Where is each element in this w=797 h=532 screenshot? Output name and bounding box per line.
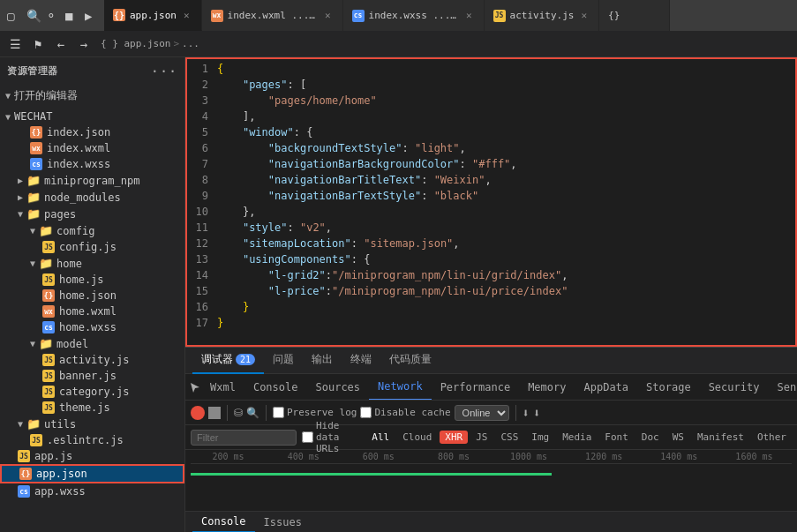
new-file-icon[interactable]: ▢ (7, 9, 21, 23)
tab-close-btn[interactable]: ✕ (181, 9, 192, 22)
sidebar-item-miniprogram-npm[interactable]: ▶ 📁 miniprogram_npm (0, 172, 184, 189)
devtools-tab-sources[interactable]: Sources (306, 374, 369, 401)
sidebar-item-comfig[interactable]: ▼ 📁 comfig (0, 222, 184, 239)
wxml-file-icon-2: wx (42, 305, 55, 318)
record-btn[interactable] (191, 406, 205, 420)
nf-media[interactable]: Media (557, 431, 597, 444)
breadcrumb-item-1[interactable]: { } app.json (101, 38, 170, 49)
sidebar-item-pages[interactable]: ▼ 📁 pages (0, 206, 184, 222)
import-icon[interactable]: ⬇ (523, 406, 530, 420)
preserve-log-input[interactable] (273, 407, 284, 418)
back-btn[interactable]: ← (51, 34, 71, 54)
debug-tab-code-quality[interactable]: 代码质量 (380, 348, 440, 374)
devtools-tab-storage[interactable]: Storage (637, 374, 700, 401)
tab-braces[interactable]: {} (599, 0, 670, 31)
nf-css[interactable]: CSS (495, 431, 523, 444)
debug-icon[interactable]: ▶ (85, 9, 99, 23)
nf-doc[interactable]: Doc (636, 431, 665, 444)
wechat-header[interactable]: ▼ WECHAT (0, 109, 184, 124)
debug-tab-issues[interactable]: 问题 (264, 348, 303, 374)
tab-close-btn-4[interactable]: ✕ (578, 9, 590, 22)
nf-all[interactable]: All (366, 431, 395, 444)
filter-input[interactable] (191, 430, 297, 446)
disable-cache-checkbox[interactable]: Disable cache (360, 407, 450, 418)
sidebar-item-config-js[interactable]: JS config.js (0, 239, 184, 255)
devtools-tab-sensor[interactable]: Sen (768, 374, 797, 401)
nf-other[interactable]: Other (752, 431, 792, 444)
devtools-tab-performance[interactable]: Performance (432, 374, 519, 401)
sidebar-item-label: utils (44, 418, 76, 431)
online-select[interactable]: Online (455, 405, 509, 421)
bottom-tab-issues[interactable]: Issues (255, 512, 311, 533)
sidebar-item-home-wxml[interactable]: wx home.wxml (0, 303, 184, 319)
nf-cloud[interactable]: Cloud (397, 431, 437, 444)
sidebar-item-index-wxml[interactable]: wx index.wxml (0, 140, 184, 156)
devtools-tab-console[interactable]: Console (244, 374, 307, 401)
sidebar-item-node-modules[interactable]: ▶ 📁 node_modules (0, 189, 184, 206)
debug-tab-terminal[interactable]: 终端 (342, 348, 380, 374)
code-line-8: 8 "navigationBarTitleText": "Weixin", (185, 172, 797, 188)
sidebar-item-index-wxss[interactable]: cs index.wxss (0, 156, 184, 172)
sidebar-item-app-js[interactable]: JS app.js (0, 448, 184, 464)
debug-tabs-row: 调试器 21 问题 输出 终端 代码质量 (185, 348, 797, 374)
source-control-icon[interactable]: ⚬ (46, 9, 60, 23)
debug-tab-label: 调试器 (201, 352, 233, 367)
nf-xhr[interactable]: XHR (440, 431, 468, 444)
sidebar-item-home[interactable]: ▼ 📁 home (0, 255, 184, 272)
sidebar-item-eslintrc-js[interactable]: JS .eslintrc.js (0, 432, 184, 448)
filter-icon[interactable]: ⛁ (234, 407, 243, 419)
nf-manifest[interactable]: Manifest (692, 431, 749, 444)
bookmark-btn[interactable]: ⚑ (28, 34, 48, 54)
devtools-tab-wxml[interactable]: Wxml (201, 374, 244, 401)
sidebar-item-model[interactable]: ▼ 📁 model (0, 335, 184, 352)
editor-content[interactable]: 1 { 2 "pages": [ 3 "pages/home/home" 4 ]… (185, 57, 797, 347)
devtools-tab-network[interactable]: Network (369, 374, 432, 401)
debug-tab-output[interactable]: 输出 (303, 348, 342, 374)
breadcrumb-item-2[interactable]: ... (182, 38, 199, 49)
network-timeline[interactable]: 200 ms 400 ms 600 ms 800 ms 1000 ms 1200… (185, 450, 797, 511)
extensions-icon[interactable]: ■ (65, 9, 79, 23)
nf-js[interactable]: JS (470, 431, 492, 444)
search-icon[interactable]: 🔍 (26, 9, 41, 23)
export-icon[interactable]: ⬇ (533, 406, 540, 420)
tab-index-wxml[interactable]: wx index.wxml ...\category-gird ✕ (202, 0, 343, 31)
debug-tab-debugger[interactable]: 调试器 21 (192, 348, 264, 374)
nf-img[interactable]: Img (526, 431, 554, 444)
preserve-log-checkbox[interactable]: Preserve log (273, 407, 357, 418)
devtools-tab-appdata[interactable]: AppData (575, 374, 637, 401)
sidebar-item-home-js[interactable]: JS home.js (0, 272, 184, 288)
folder-arrow: ▼ (18, 209, 23, 219)
tab-index-wxss[interactable]: cs index.wxss ...\category-gird ✕ (343, 0, 485, 31)
devtools-pointer-icon[interactable] (189, 377, 201, 398)
forward-btn[interactable]: → (74, 34, 94, 54)
wxss-icon: cs (352, 10, 365, 22)
tab-close-btn-3[interactable]: ✕ (463, 9, 475, 22)
stop-btn[interactable] (208, 407, 221, 419)
devtools-tab-memory[interactable]: Memory (519, 374, 575, 401)
sidebar-item-banner-js[interactable]: JS banner.js (0, 368, 184, 384)
tab-app-json[interactable]: {} app.json ✕ (104, 0, 202, 31)
sidebar-item-home-json[interactable]: {} home.json (0, 288, 184, 303)
hide-data-urls-input[interactable] (302, 431, 313, 443)
nf-font[interactable]: Font (599, 431, 634, 444)
sidebar-item-theme-js[interactable]: JS theme.js (0, 400, 184, 416)
tab-activity-js[interactable]: JS activity.js ✕ (485, 0, 599, 31)
tab-close-btn-2[interactable]: ✕ (322, 9, 334, 22)
sidebar-item-activity-js[interactable]: JS activity.js (0, 352, 184, 368)
disable-cache-input[interactable] (360, 407, 372, 418)
sidebar-item-category-js[interactable]: JS category.js (0, 384, 184, 400)
toggle-sidebar-btn[interactable]: ☰ (5, 34, 25, 54)
nf-ws[interactable]: WS (667, 431, 689, 444)
line-content: "navigationBarTitleText": "Weixin", (217, 172, 797, 188)
open-editors-header[interactable]: ▼ 打开的编辑器 (0, 86, 184, 105)
bottom-tab-console[interactable]: Console (192, 512, 255, 533)
search-network-icon[interactable]: 🔍 (246, 407, 259, 419)
sidebar-item-app-wxss[interactable]: cs app.wxss (0, 483, 184, 499)
sidebar-more-btn[interactable]: ··· (151, 63, 177, 79)
sidebar-item-app-json[interactable]: {} app.json (0, 464, 184, 483)
sidebar-item-home-wxss[interactable]: cs home.wxss (0, 319, 184, 335)
devtools-tab-security[interactable]: Security (700, 374, 769, 401)
sidebar-open-editors: ▼ 打开的编辑器 (0, 85, 184, 107)
sidebar-item-index-json[interactable]: {} index.json (0, 124, 184, 140)
sidebar-item-utils[interactable]: ▼ 📁 utils (0, 416, 184, 432)
